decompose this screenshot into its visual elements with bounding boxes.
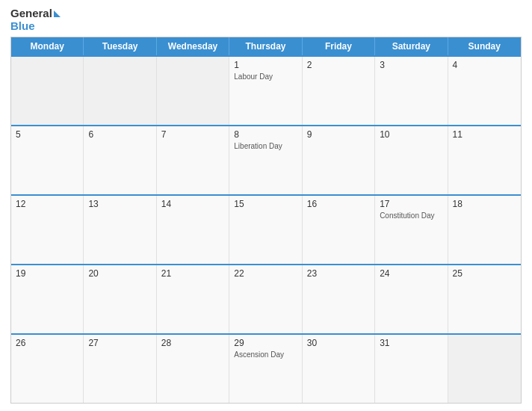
calendar-day-cell [157, 57, 229, 125]
cal-header-tuesday: Tuesday [84, 37, 156, 55]
calendar-day-cell: 24 [375, 265, 448, 333]
day-number: 10 [380, 129, 442, 140]
calendar-day-cell: 20 [84, 265, 156, 333]
day-number: 17 [380, 199, 442, 209]
day-number: 19 [16, 268, 78, 279]
logo-triangle-icon [54, 10, 61, 17]
calendar-day-cell: 28 [157, 335, 229, 403]
day-number: 18 [453, 199, 516, 209]
day-number: 9 [307, 129, 370, 140]
calendar-week-2: 5678Liberation Day91011 [11, 125, 521, 194]
calendar-day-cell: 18 [448, 196, 521, 264]
day-number: 20 [88, 268, 151, 279]
calendar-day-cell: 30 [303, 335, 375, 403]
day-number: 6 [88, 129, 151, 140]
calendar-header-row: MondayTuesdayWednesdayThursdayFridaySatu… [11, 37, 521, 55]
logo-general-text: General [10, 7, 52, 20]
calendar-day-cell: 8Liberation Day [229, 126, 302, 194]
calendar-week-5: 26272829Ascension Day3031 [11, 333, 521, 403]
day-number: 30 [307, 338, 370, 348]
day-number: 8 [234, 129, 297, 140]
day-number: 31 [380, 338, 442, 348]
calendar-day-cell: 21 [157, 265, 229, 333]
calendar-day-cell: 26 [11, 335, 84, 403]
calendar-day-cell [448, 335, 521, 403]
calendar-day-cell: 6 [84, 126, 156, 194]
day-number: 23 [307, 268, 370, 279]
day-number: 25 [453, 268, 516, 279]
cal-header-wednesday: Wednesday [157, 37, 229, 55]
day-event: Liberation Day [234, 141, 297, 151]
calendar-day-cell [11, 57, 84, 125]
day-number: 27 [88, 338, 151, 348]
day-number: 14 [161, 199, 224, 209]
day-number: 21 [161, 268, 224, 279]
calendar-day-cell: 13 [84, 196, 156, 264]
day-number: 26 [16, 338, 78, 348]
day-number: 5 [16, 129, 78, 140]
day-number: 3 [380, 60, 442, 70]
calendar-day-cell: 12 [11, 196, 84, 264]
day-number: 28 [161, 338, 224, 348]
cal-header-friday: Friday [303, 37, 375, 55]
calendar-day-cell: 22 [229, 265, 302, 333]
logo: General Blue [10, 7, 61, 32]
day-number: 4 [453, 60, 516, 70]
calendar-week-1: 1Labour Day234 [11, 55, 521, 125]
calendar-day-cell: 23 [303, 265, 375, 333]
calendar-day-cell: 4 [448, 57, 521, 125]
day-number: 11 [453, 129, 516, 140]
day-number: 29 [234, 338, 297, 348]
calendar-day-cell: 29Ascension Day [229, 335, 302, 403]
calendar-day-cell: 1Labour Day [229, 57, 302, 125]
calendar-day-cell: 10 [375, 126, 448, 194]
header: General Blue [10, 7, 522, 32]
calendar-day-cell: 7 [157, 126, 229, 194]
day-number: 24 [380, 268, 442, 279]
calendar-day-cell: 27 [84, 335, 156, 403]
calendar-day-cell: 3 [375, 57, 448, 125]
day-number: 7 [161, 129, 224, 140]
calendar-day-cell: 2 [303, 57, 375, 125]
day-number: 22 [234, 268, 297, 279]
calendar-week-4: 19202122232425 [11, 264, 521, 333]
cal-header-monday: Monday [11, 37, 84, 55]
calendar-day-cell: 25 [448, 265, 521, 333]
cal-header-saturday: Saturday [375, 37, 448, 55]
calendar-day-cell: 17Constitution Day [375, 196, 448, 264]
cal-header-sunday: Sunday [448, 37, 521, 55]
day-number: 13 [88, 199, 151, 209]
cal-header-thursday: Thursday [229, 37, 302, 55]
calendar-day-cell: 15 [229, 196, 302, 264]
day-number: 15 [234, 199, 297, 209]
calendar-day-cell: 5 [11, 126, 84, 194]
day-number: 1 [234, 60, 297, 70]
calendar-day-cell: 16 [303, 196, 375, 264]
logo-blue-text: Blue [10, 20, 61, 33]
day-event: Constitution Day [380, 211, 442, 220]
calendar-week-3: 121314151617Constitution Day18 [11, 194, 521, 264]
calendar-day-cell: 11 [448, 126, 521, 194]
day-number: 16 [307, 199, 370, 209]
calendar-day-cell: 31 [375, 335, 448, 403]
calendar-body: 1Labour Day2345678Liberation Day91011121… [11, 55, 521, 403]
day-number: 12 [16, 199, 78, 209]
day-event: Labour Day [234, 72, 297, 81]
day-number: 2 [307, 60, 370, 70]
calendar: MondayTuesdayWednesdayThursdayFridaySatu… [10, 37, 522, 404]
calendar-day-cell: 9 [303, 126, 375, 194]
day-event: Ascension Day [234, 350, 297, 359]
calendar-day-cell: 19 [11, 265, 84, 333]
calendar-day-cell [84, 57, 156, 125]
page: General Blue MondayTuesdayWednesdayThurs… [0, 0, 532, 411]
calendar-day-cell: 14 [157, 196, 229, 264]
